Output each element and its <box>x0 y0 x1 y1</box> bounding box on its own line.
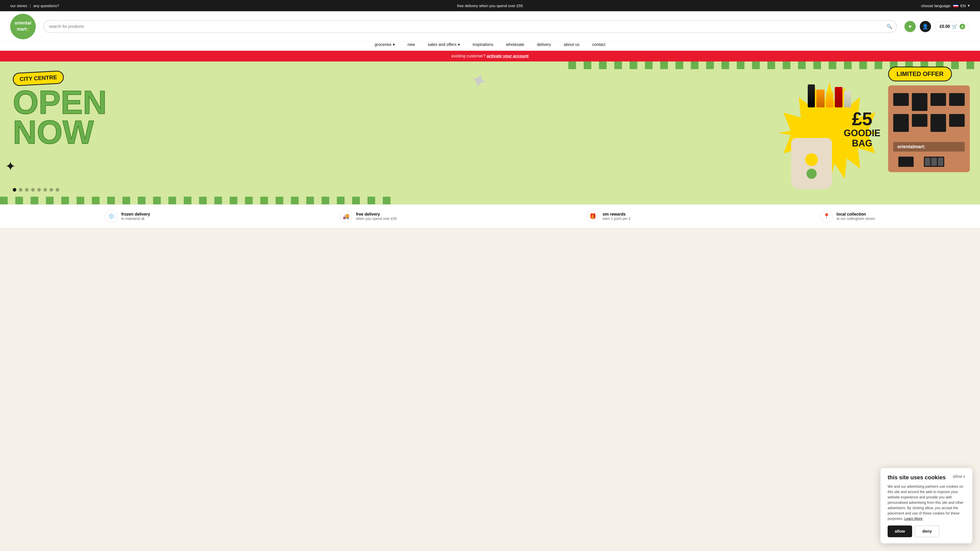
logo-line2: mart: <box>17 26 29 33</box>
product-red <box>835 87 842 107</box>
window <box>949 93 965 106</box>
window <box>893 93 909 106</box>
window <box>931 114 946 132</box>
account-button[interactable]: 👤 <box>920 21 931 32</box>
window <box>912 93 928 111</box>
feature-rewards-subtitle: earn 1 point per £ <box>603 217 631 221</box>
language-label: choose language: <box>921 3 951 8</box>
building-windows <box>888 86 970 140</box>
feature-delivery-title: free delivery <box>356 212 397 217</box>
goodie-price-value: £5 <box>844 110 880 128</box>
search-bar: 🔍 <box>43 20 897 33</box>
logo-line1: oriental <box>14 21 31 26</box>
frozen-icon: ❄️ <box>105 210 118 223</box>
nav-item-groceries[interactable]: groceries▾ <box>375 42 395 47</box>
top-bar-center-text: free delivery when you spend over £55 <box>457 3 523 8</box>
nav-item-wholesale[interactable]: wholesale <box>506 42 524 47</box>
cart-price: £0.00 <box>940 24 950 29</box>
header: oriental mart: 🔍 ♥ 👤 £0.00 🛒 0 <box>0 11 980 42</box>
building-bottom <box>888 154 970 169</box>
chevron-down-icon: ▾ <box>458 42 460 47</box>
feature-collection-subtitle: at our nottingham stores <box>837 217 875 221</box>
hero-center: £5 GOODIE BAG <box>776 62 883 204</box>
hero-left: CITY CENTRE OPEN NOW ✦ <box>0 62 776 204</box>
feature-delivery: 🚚 free delivery when you spend over £55 <box>340 210 397 223</box>
separator: | <box>30 3 31 8</box>
feature-frozen: ❄️ frozen delivery to mainland uk <box>105 210 150 223</box>
language-selector[interactable]: EN <box>960 3 966 8</box>
feature-frozen-title: frozen delivery <box>121 212 150 217</box>
product-items <box>808 84 851 107</box>
building-sign: orientalmart: <box>893 142 965 151</box>
chevron-down-icon: ▾ <box>393 42 395 47</box>
flag-icon <box>953 4 958 7</box>
hero-right: LIMITED OFFER orientalmart: <box>883 62 980 204</box>
nav-item-contact[interactable]: contact <box>592 42 605 47</box>
feature-collection-text: local collection at our nottingham store… <box>837 212 875 221</box>
delivery-icon: 🚚 <box>340 210 352 223</box>
cart-button[interactable]: £0.00 🛒 0 <box>935 21 970 32</box>
building-gate <box>924 157 944 167</box>
search-icon[interactable]: 🔍 <box>886 24 892 29</box>
bag-dot-green <box>807 168 817 179</box>
features-bar: ❄️ frozen delivery to mainland uk 🚚 free… <box>0 204 980 228</box>
activation-banner: existing customer? activate your account <box>0 51 980 62</box>
collection-icon: 📍 <box>820 210 833 223</box>
product-yellow <box>826 92 833 107</box>
wishlist-button[interactable]: ♥ <box>904 21 916 32</box>
nav-item-new[interactable]: new <box>407 42 415 47</box>
building-door <box>898 157 914 167</box>
product-dark <box>808 84 815 107</box>
search-input[interactable] <box>43 20 897 33</box>
starburst-container: £5 GOODIE BAG <box>776 79 883 186</box>
city-badge: CITY CENTRE <box>13 70 64 86</box>
bag-body <box>791 138 832 189</box>
window <box>912 114 928 127</box>
cart-count: 0 <box>959 24 965 29</box>
feature-delivery-text: free delivery when you spend over £55 <box>356 212 397 221</box>
window <box>931 93 946 106</box>
our-stores-link[interactable]: our stores <box>10 3 27 8</box>
nav-item-sales[interactable]: sales and offers▾ <box>428 42 460 47</box>
feature-delivery-subtitle: when you spend over £55 <box>356 217 397 221</box>
hero-title-now: NOW <box>13 118 768 147</box>
hero-title-open: OPEN <box>13 87 768 118</box>
chevron-down-icon[interactable]: ▾ <box>968 3 970 8</box>
goodie-price-text: £5 GOODIE BAG <box>844 110 880 148</box>
feature-frozen-subtitle: to mainland uk <box>121 217 150 221</box>
nav-item-inspirations[interactable]: inspirations <box>473 42 493 47</box>
activate-account-link[interactable]: activate your account <box>487 54 529 58</box>
feature-collection-title: local collection <box>837 212 875 217</box>
any-questions-link[interactable]: any questions? <box>33 3 59 8</box>
bag-dot-yellow <box>805 153 818 166</box>
main-nav: groceries▾ new sales and offers▾ inspira… <box>0 42 980 51</box>
header-actions: ♥ 👤 £0.00 🛒 0 <box>904 21 970 32</box>
hero-section: CITY CENTRE OPEN NOW ✦ ✦ <box>0 62 980 204</box>
cart-icon: 🛒 <box>952 24 958 29</box>
nav-item-delivery[interactable]: delivery <box>537 42 551 47</box>
window <box>949 114 965 127</box>
building-illustration: orientalmart: <box>888 86 970 172</box>
existing-customer-text: existing customer? <box>452 54 485 58</box>
product-light <box>844 91 851 107</box>
feature-collection: 📍 local collection at our nottingham sto… <box>820 210 875 223</box>
diamond-decoration: ✦ <box>5 159 16 174</box>
feature-frozen-text: frozen delivery to mainland uk <box>121 212 150 221</box>
nav-item-aboutus[interactable]: about us <box>564 42 579 47</box>
goodie-label-1: GOODIE <box>844 128 880 138</box>
window <box>893 114 909 132</box>
goodie-label-2: BAG <box>844 138 880 148</box>
top-bar-right: choose language: EN ▾ <box>921 3 970 8</box>
top-bar-left: our stores | any questions? <box>10 3 59 8</box>
feature-rewards-title: om rewards <box>603 212 631 217</box>
product-orange <box>816 89 824 107</box>
feature-rewards-text: om rewards earn 1 point per £ <box>603 212 631 221</box>
top-bar: our stores | any questions? free deliver… <box>0 0 980 11</box>
feature-rewards: 🎁 om rewards earn 1 point per £ <box>586 210 631 223</box>
logo[interactable]: oriental mart: <box>10 14 36 39</box>
limited-offer-badge: LIMITED OFFER <box>888 67 952 81</box>
rewards-icon: 🎁 <box>586 210 599 223</box>
